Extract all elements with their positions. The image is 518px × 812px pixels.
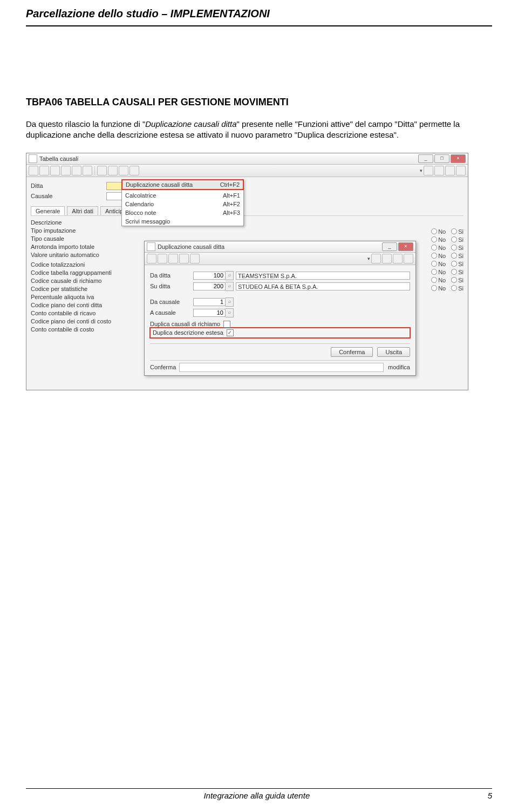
a-causale-input[interactable]	[193, 309, 226, 317]
da-causale-input[interactable]	[193, 298, 226, 306]
dlg-tb-list-icon[interactable]	[404, 254, 413, 263]
menu-item-label: Duplicazione causali ditta	[126, 181, 193, 188]
close-button[interactable]: ×	[451, 154, 466, 163]
left-labels: Descrizione Tipo imputazione Tipo causal…	[31, 219, 117, 333]
menu-item-blocco-note[interactable]: Blocco noteAlt+F3	[122, 208, 243, 217]
highlight-red-box: Duplicazione causali ditta Ctrl+F2	[121, 179, 244, 190]
lbl-percentuale-iva: Percentuale aliquota iva	[31, 294, 117, 300]
radio-si-8[interactable]: Si	[451, 285, 464, 292]
dlg-toolbar-caret-icon[interactable]: ▾	[367, 256, 370, 261]
da-ditta-input[interactable]	[193, 272, 226, 280]
lbl-valore-unitario: Valore unitario automatico	[31, 252, 117, 258]
radio-si-4[interactable]: Si	[451, 253, 464, 259]
radio-no-5[interactable]: No	[431, 261, 446, 267]
footer-rule	[26, 788, 492, 789]
header-rule	[26, 25, 492, 26]
toolbar-separator	[94, 166, 95, 175]
da-ditta-lookup-icon[interactable]: ⌕	[226, 271, 234, 280]
nav-next-icon[interactable]	[119, 166, 128, 175]
maximize-button[interactable]: □	[434, 154, 449, 163]
tab-strip: Generale Altri dati Anticipazi	[31, 206, 464, 215]
radio-no-2[interactable]: No	[431, 236, 446, 243]
toolbar-icon-4[interactable]	[61, 166, 71, 175]
dialog-icon	[147, 242, 155, 251]
menu-item-calcolatrice[interactable]: CalcolatriceAlt+F1	[122, 191, 243, 200]
radio-si-3[interactable]: Si	[451, 245, 464, 251]
toolbar-icon-5[interactable]	[72, 166, 81, 175]
radio-no-4[interactable]: No	[431, 253, 446, 259]
check1-label: Duplica causali di richiamo	[150, 321, 220, 327]
main-window-body: Ditta ⌕ Causale ⌕ Generale Altri dati An…	[26, 177, 468, 390]
dlg-tb-icon-4[interactable]	[179, 254, 189, 263]
su-ditta-lookup-icon[interactable]: ⌕	[226, 282, 234, 291]
dlg-tb-icon-2[interactable]	[158, 254, 167, 263]
toolbar-icon-2[interactable]	[39, 166, 49, 175]
dialog-titlebar: Duplicazione causali ditta _ ×	[145, 241, 415, 253]
check-duplica-estesa[interactable]: ✓	[227, 329, 234, 336]
radio-no-1[interactable]: No	[431, 228, 446, 235]
radio-no-7[interactable]: No	[431, 277, 446, 283]
tab-altri-dati[interactable]: Altri dati	[67, 206, 98, 215]
lbl-descrizione: Descrizione	[31, 219, 117, 226]
toolbar-search-icon[interactable]	[424, 166, 433, 175]
radio-si-7[interactable]: Si	[451, 277, 464, 283]
dlg-tb-key-icon[interactable]	[382, 254, 392, 263]
menu-item-shortcut: Ctrl+F2	[220, 181, 240, 188]
main-window: Tabella causali _ □ ×	[26, 153, 468, 390]
da-ditta-label: Da ditta	[150, 272, 193, 279]
radio-no-6[interactable]: No	[431, 269, 446, 275]
radio-si-6[interactable]: Si	[451, 269, 464, 275]
page-number: 5	[488, 791, 492, 800]
radio-no-3[interactable]: No	[431, 245, 446, 251]
toolbar-icon-6[interactable]	[83, 166, 92, 175]
lbl-conto-costo: Conto contabile di costo	[31, 326, 117, 333]
nav-prev-icon[interactable]	[108, 166, 118, 175]
lbl-codice-piano-costo: Codice piano dei conti di costo	[31, 318, 117, 324]
dlg-tb-icon-3[interactable]	[168, 254, 178, 263]
radio-si-5[interactable]: Si	[451, 261, 464, 267]
nav-first-icon[interactable]	[97, 166, 107, 175]
su-ditta-input[interactable]	[193, 282, 226, 290]
tab-generale[interactable]: Generale	[31, 206, 65, 215]
toolbar-icon-3[interactable]	[50, 166, 60, 175]
lbl-arrotonda: Arrotonda importo totale	[31, 243, 117, 250]
ditta-label: Ditta	[31, 182, 106, 189]
dlg-tb-doc-icon[interactable]	[393, 254, 403, 263]
minimize-button[interactable]: _	[418, 154, 433, 163]
ditta-row: Ditta ⌕	[31, 181, 464, 191]
dialog-body: Da ditta ⌕ TEAMSYSTEM S.p.A. Su ditta ⌕ …	[145, 265, 415, 375]
check-duplica-richiamo[interactable]	[223, 321, 230, 328]
dialog-title: Duplicazione causali ditta	[158, 243, 382, 250]
dialog-minimize-button[interactable]: _	[382, 242, 397, 251]
dlg-tb-icon-1[interactable]	[147, 254, 156, 263]
radio-si-1[interactable]: Si	[451, 228, 464, 235]
toolbar-list-icon[interactable]	[456, 166, 466, 175]
uscita-button[interactable]: Uscita	[377, 347, 410, 357]
menu-item-calendario[interactable]: CalendarioAlt+F2	[122, 200, 243, 208]
status-conferma-label: Conferma	[150, 364, 176, 370]
body-paragraph: Da questo rilascio la funzione di "Dupli…	[26, 119, 492, 141]
toolbar-caret-icon[interactable]: ▾	[420, 168, 422, 173]
toolbar-icon-1[interactable]	[29, 166, 38, 175]
da-causale-lookup-icon[interactable]: ⌕	[226, 297, 234, 307]
dlg-tb-icon-5[interactable]	[190, 254, 200, 263]
radio-si-2[interactable]: Si	[451, 236, 464, 243]
status-box	[179, 363, 384, 372]
functions-dropdown: Duplicazione causali ditta Ctrl+F2 Calco…	[121, 179, 244, 226]
status-mode: modifica	[388, 364, 410, 370]
dlg-tb-search-icon[interactable]	[371, 254, 381, 263]
su-ditta-label: Su ditta	[150, 283, 193, 289]
da-ditta-row: Da ditta ⌕ TEAMSYSTEM S.p.A.	[150, 271, 410, 280]
menu-item-scrivi-messaggio[interactable]: Scrivi messaggio	[122, 217, 243, 226]
menu-item-duplicazione[interactable]: Duplicazione causali ditta Ctrl+F2	[122, 180, 243, 189]
toolbar-doc-icon[interactable]	[445, 166, 455, 175]
a-causale-lookup-icon[interactable]: ⌕	[226, 308, 234, 317]
lbl-codice-causale-richiamo: Codice causale di richiamo	[31, 278, 117, 284]
nav-last-icon[interactable]	[130, 166, 139, 175]
radio-no-8[interactable]: No	[431, 285, 446, 292]
check-duplica-estesa-row: Duplica descrizione estesa ✓	[153, 329, 407, 336]
toolbar-key-icon[interactable]	[434, 166, 444, 175]
conferma-button[interactable]: Conferma	[331, 347, 373, 357]
da-causale-row: Da causale ⌕	[150, 297, 410, 307]
dialog-close-button[interactable]: ×	[398, 242, 413, 251]
